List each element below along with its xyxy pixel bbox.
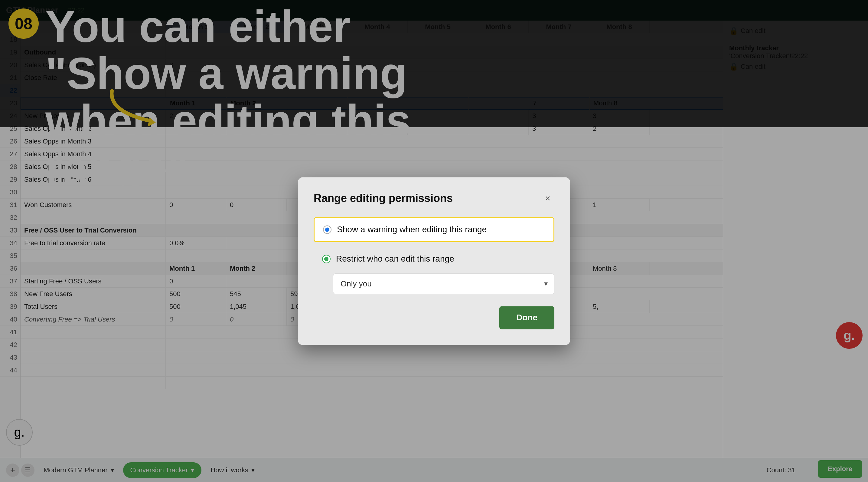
restrict-radio-selected <box>324 257 329 261</box>
restrict-radio[interactable] <box>322 255 331 263</box>
range-editing-dialog: Range editing permissions × Show a warni… <box>298 177 570 345</box>
warning-radio-selected <box>325 227 329 232</box>
done-button[interactable]: Done <box>499 306 554 329</box>
option-restrict[interactable]: Restrict who can edit this range <box>314 249 554 268</box>
restrict-option-label: Restrict who can edit this range <box>336 254 454 264</box>
dialog-title: Range editing permissions <box>314 192 453 205</box>
warning-radio[interactable] <box>323 225 332 234</box>
restrict-dropdown-wrapper: Only you Custom ▾ <box>333 268 554 294</box>
dialog-close-button[interactable]: × <box>541 192 554 205</box>
dialog-header: Range editing permissions × <box>314 192 554 205</box>
warning-option-label: Show a warning when editing this range <box>337 225 487 234</box>
restrict-dropdown[interactable]: Only you Custom <box>333 274 554 294</box>
option-warning[interactable]: Show a warning when editing this range <box>314 217 554 242</box>
